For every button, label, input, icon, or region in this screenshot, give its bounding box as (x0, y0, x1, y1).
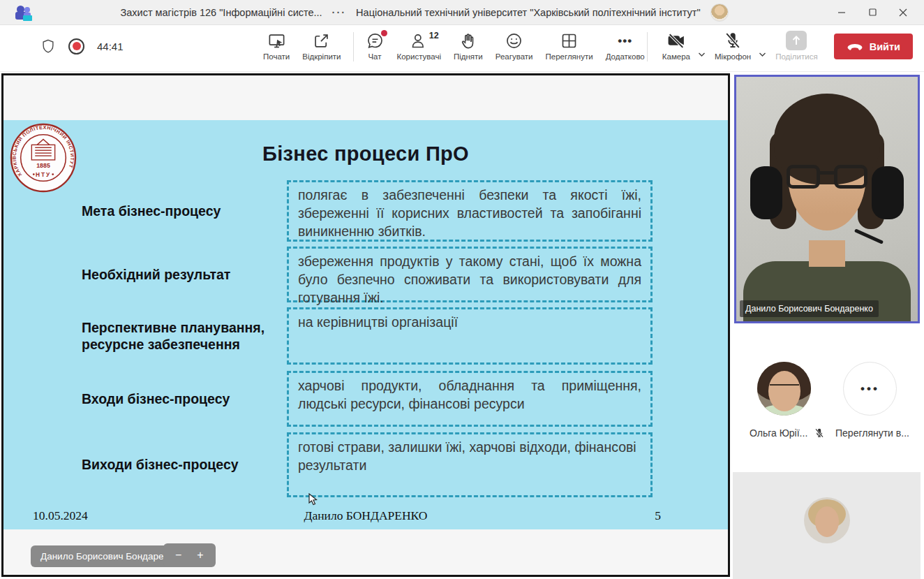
row-label: Перспективне планування, ресурсне забезп… (82, 307, 281, 365)
mic-chevron-icon[interactable] (759, 52, 766, 57)
screen-share-icon (267, 31, 286, 50)
participant-mic-off-icon (814, 427, 825, 439)
participants-button[interactable]: 12 Користувачі (391, 28, 447, 64)
zoom-out-button[interactable]: − (175, 549, 181, 562)
shared-screen-stage: ХАРКІВСЬКИЙ ПОЛІТЕХНІЧНИЙ ІНСТИТУТ 1885 … (1, 73, 730, 577)
participants-count: 12 (429, 31, 439, 41)
participants-icon: 12 (410, 31, 429, 50)
recording-indicator-icon[interactable] (68, 38, 84, 54)
hangup-phone-icon (847, 43, 863, 51)
speaker-name-tag: Данило Борисович Бондаренко (740, 300, 879, 317)
meeting-toolbar: 44:41 Почати (0, 25, 924, 72)
row-label: Необхідний результат (82, 247, 281, 302)
camera-button[interactable]: Камера (656, 28, 696, 64)
unpin-icon (312, 31, 331, 50)
teams-meeting-window: Захист магістрів 126 "Інформаційні систе… (0, 0, 924, 579)
overflow-label[interactable]: Переглянути в... (835, 427, 909, 439)
headphone-left (750, 166, 782, 219)
secondary-participant-avatar (804, 497, 850, 543)
close-button[interactable] (888, 1, 918, 24)
meeting-timer: 44:41 (97, 41, 124, 52)
mic-off-icon (723, 31, 743, 50)
mouse-cursor (308, 493, 319, 506)
meeting-title: Захист магістрів 126 "Інформаційні систе… (120, 7, 322, 18)
glasses (787, 165, 867, 190)
grid-view-icon (560, 31, 579, 50)
mic-button[interactable]: Мікрофон (708, 28, 757, 64)
title-overflow-dots[interactable]: ··· (332, 7, 347, 18)
slide-row: Входи бізнес-процесу харчові продукти, о… (3, 371, 728, 427)
slide-row: Перспективне планування, ресурсне забезп… (3, 307, 728, 365)
react-button[interactable]: Реагувати (489, 28, 539, 64)
raise-hand-icon (459, 31, 477, 50)
participant-avatar[interactable] (757, 362, 811, 416)
slide-footer: 10.05.2024 Данило БОНДАРЕНКО 5 (3, 508, 728, 525)
headphone-right (872, 166, 904, 219)
maximize-button[interactable] (857, 1, 888, 24)
chat-notification-dot (381, 30, 387, 36)
chat-button[interactable]: Чат (359, 28, 391, 64)
svg-text:НТУ: НТУ (36, 171, 51, 178)
minimize-button[interactable] (826, 1, 857, 24)
row-textbox: харчові продукти, обладнання та приміщен… (287, 371, 653, 427)
row-textbox: збереження продуктів у такому стані, щоб… (287, 247, 653, 302)
row-label: Входи бізнес-процесу (82, 371, 281, 427)
slide-row: Виходи бізнес-процесу готові страви, зал… (3, 432, 728, 497)
row-textbox: на керівництві організації (287, 307, 653, 365)
teams-icon (15, 4, 33, 21)
overflow-participants-button[interactable]: ••• (843, 362, 897, 416)
share-up-arrow-icon (786, 31, 807, 50)
leave-button[interactable]: Вийти (834, 34, 913, 59)
slide-page-number: 5 (655, 508, 661, 523)
participant-name: Ольга Юрії... (750, 427, 807, 439)
row-label: Виходи бізнес-процесу (82, 432, 281, 497)
chat-icon (366, 31, 385, 50)
camera-chevron-icon[interactable] (698, 52, 706, 57)
row-textbox: полягає в забезпеченні безпеки та якості… (287, 180, 653, 242)
security-shield-icon[interactable] (40, 38, 56, 54)
zoom-in-button[interactable]: + (197, 549, 203, 562)
camera-off-icon (666, 31, 686, 50)
row-textbox: готові страви, залишки їжі, харчові відх… (287, 432, 653, 497)
more-dots-icon: ••• (618, 31, 632, 50)
slide-row: Необхідний результат збереження продукті… (3, 247, 728, 302)
row-label: Мета бізнес-процесу (82, 180, 281, 242)
participants-strip: ••• Ольга Юрії... Переглянути в... (731, 328, 924, 468)
org-title: Національний технічний університет "Харк… (356, 7, 700, 18)
overflow-dots-icon: ••• (860, 382, 879, 396)
titlebar: Захист магістрів 126 "Інформаційні систе… (0, 0, 924, 25)
main-speaker-video[interactable]: Данило Борисович Бондаренко (734, 75, 920, 323)
smiley-icon (505, 31, 523, 50)
slide-zoom-control: − + (163, 543, 216, 567)
raise-hand-button[interactable]: Підняти (447, 28, 489, 64)
slide-author: Данило БОНДАРЕНКО (3, 508, 728, 523)
secondary-video-tile[interactable] (733, 472, 921, 579)
presentation-slide: ХАРКІВСЬКИЙ ПОЛІТЕХНІЧНИЙ ІНСТИТУТ 1885 … (3, 120, 728, 529)
share-button: Поділитися (769, 28, 824, 64)
view-button[interactable]: Переглянути (539, 28, 599, 64)
slide-title: Бізнес процеси ПрО (3, 142, 728, 166)
unpin-button[interactable]: Відкріпити (296, 28, 347, 64)
start-share-button[interactable]: Почати (257, 28, 296, 64)
slide-row: Мета бізнес-процесу полягає в забезпечен… (3, 180, 728, 242)
titlebar-avatar (710, 3, 729, 22)
